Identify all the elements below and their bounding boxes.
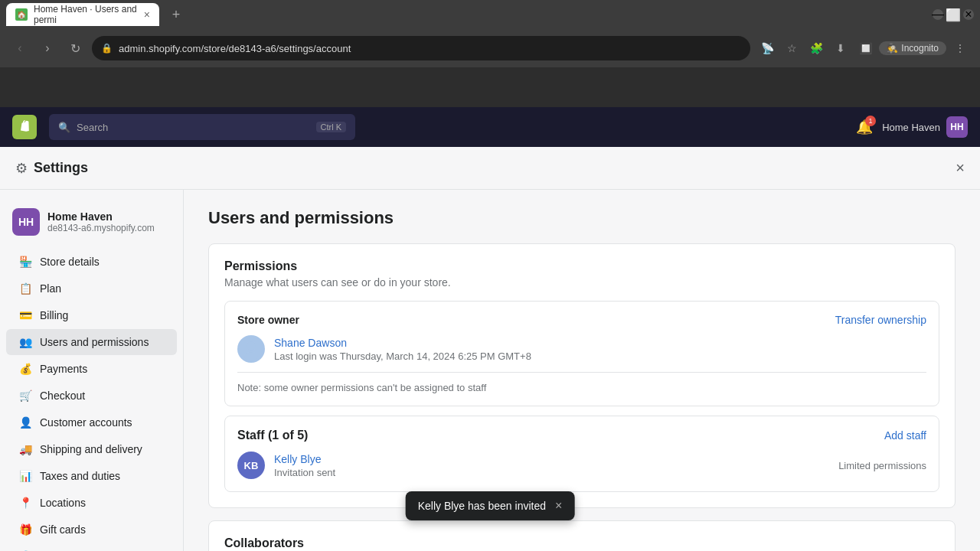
sidebar-item-payments[interactable]: 💰 Payments <box>6 356 177 382</box>
shopify-logo-icon <box>12 115 37 139</box>
sidebar-item-markets[interactable]: 🌍 Markets <box>6 543 177 551</box>
staff-row: KB Kelly Blye Invitation sent Limited pe… <box>237 452 926 479</box>
browser-chrome: 🏠 Home Haven · Users and permi × + — ⬜ ×… <box>0 0 980 107</box>
settings-header: ⚙ Settings × <box>0 147 980 190</box>
sidebar-store-avatar: HH <box>12 208 40 236</box>
refresh-button[interactable]: ↻ <box>64 37 86 59</box>
settings-close-button[interactable]: × <box>956 159 965 177</box>
back-button[interactable]: ‹ <box>9 37 31 59</box>
store-menu-button[interactable]: Home Haven HH <box>882 116 968 138</box>
permissions-title: Permissions <box>224 259 939 273</box>
staff-details: Kelly Blye Invitation sent <box>274 453 335 478</box>
sidebar-item-label: Customer accounts <box>40 416 132 429</box>
lock-icon: 🔒 <box>101 43 113 54</box>
settings-title-area: ⚙ Settings <box>15 160 88 177</box>
page-title: Users and permissions <box>208 208 956 228</box>
permissions-section: Permissions Manage what users can see or… <box>209 244 955 507</box>
browser-tab[interactable]: 🏠 Home Haven · Users and permi × <box>6 3 159 26</box>
incognito-button[interactable]: 🕵 Incognito <box>879 41 946 55</box>
staff-left: KB Kelly Blye Invitation sent <box>237 452 335 479</box>
plan-icon: 📋 <box>18 282 32 295</box>
new-tab-button[interactable]: + <box>165 4 187 25</box>
users-icon: 👥 <box>18 335 32 349</box>
payments-icon: 💰 <box>18 362 32 376</box>
owner-info-row: Shane Dawson Last login was Thursday, Ma… <box>237 335 926 363</box>
sidebar-item-label: Payments <box>40 363 87 375</box>
collaborators-title: Collaborators <box>224 536 939 550</box>
sidebar-item-customer-accounts[interactable]: 👤 Customer accounts <box>6 409 177 435</box>
add-staff-button[interactable]: Add staff <box>884 429 926 442</box>
svg-point-1 <box>244 352 258 360</box>
sidebar-item-label: Store details <box>40 256 100 268</box>
download-icon[interactable]: ⬇ <box>830 37 851 59</box>
sidebar-item-taxes[interactable]: 📊 Taxes and duties <box>6 463 177 489</box>
toast-close-button[interactable]: × <box>555 499 562 513</box>
extensions-icon[interactable]: 🧩 <box>805 37 827 59</box>
search-shortcut: Ctrl K <box>316 122 347 132</box>
sidebar-item-label: Plan <box>40 282 61 295</box>
forward-button[interactable]: › <box>37 37 58 59</box>
sidebar-item-label: Billing <box>40 309 68 321</box>
close-window-button[interactable]: × <box>963 9 974 20</box>
sidebar-item-label: Users and permissions <box>40 336 149 348</box>
permissions-note: Note: some owner permissions can't be as… <box>237 372 926 393</box>
staff-permissions-label: Limited permissions <box>838 460 926 471</box>
search-placeholder: Search <box>77 122 108 133</box>
tab-search-icon[interactable]: 🔲 <box>854 37 876 59</box>
browser-tab-icon: 🏠 <box>15 8 28 21</box>
sidebar: HH Home Haven de8143-a6.myshopify.com 🏪 … <box>0 190 184 551</box>
main-content: Users and permissions Permissions Manage… <box>184 190 980 551</box>
browser-tab-title: Home Haven · Users and permi <box>34 4 138 25</box>
settings-window: 🔍 Search Ctrl K 🔔 1 Home Haven HH ⚙ Sett… <box>0 107 980 551</box>
sidebar-item-checkout[interactable]: 🛒 Checkout <box>6 383 177 409</box>
store-details-icon: 🏪 <box>18 255 32 269</box>
bookmark-icon[interactable]: ☆ <box>781 37 802 59</box>
transfer-ownership-link[interactable]: Transfer ownership <box>835 314 926 326</box>
store-avatar-nav: HH <box>946 116 968 138</box>
staff-name[interactable]: Kelly Blye <box>274 453 335 465</box>
sidebar-item-billing[interactable]: 💳 Billing <box>6 302 177 328</box>
store-initials-nav: HH <box>950 122 963 132</box>
staff-initials: KB <box>244 460 259 471</box>
search-bar[interactable]: 🔍 Search Ctrl K <box>49 114 355 140</box>
sidebar-item-shipping[interactable]: 🚚 Shipping and delivery <box>6 436 177 462</box>
search-icon: 🔍 <box>58 122 70 133</box>
sidebar-item-locations[interactable]: 📍 Locations <box>6 490 177 516</box>
collaborators-card: Collaborators Give external designers, d… <box>208 520 956 551</box>
browser-actions: 📡 ☆ 🧩 ⬇ 🔲 🕵 Incognito ⋮ <box>756 37 971 59</box>
minimize-button[interactable]: — <box>933 9 943 20</box>
more-options-icon[interactable]: ⋮ <box>949 37 971 59</box>
staff-status: Invitation sent <box>274 467 335 478</box>
permissions-card: Permissions Manage what users can see or… <box>208 243 956 508</box>
sidebar-item-users[interactable]: 👥 Users and permissions <box>6 329 177 355</box>
taxes-icon: 📊 <box>18 469 32 483</box>
browser-titlebar: 🏠 Home Haven · Users and permi × + — ⬜ × <box>0 0 980 29</box>
tab-close-button[interactable]: × <box>144 8 150 21</box>
browser-toolbar: ‹ › ↻ 🔒 admin.shopify.com/store/de8143-a… <box>0 29 980 67</box>
sidebar-store-domain: de8143-a6.myshopify.com <box>47 223 155 233</box>
owner-details: Shane Dawson Last login was Thursday, Ma… <box>274 337 531 362</box>
shopify-logo <box>12 115 37 139</box>
owner-avatar <box>237 335 265 363</box>
customer-accounts-icon: 👤 <box>18 416 32 429</box>
notification-badge: 1 <box>865 116 876 126</box>
staff-header: Staff (1 of 5) Add staff <box>237 429 926 442</box>
sidebar-store-name: Home Haven <box>47 210 155 223</box>
sidebar-item-plan[interactable]: 📋 Plan <box>6 276 177 302</box>
cast-icon[interactable]: 📡 <box>756 37 778 59</box>
address-text: admin.shopify.com/store/de8143-a6/settin… <box>119 43 351 54</box>
shopify-navbar: 🔍 Search Ctrl K 🔔 1 Home Haven HH <box>0 107 980 147</box>
address-bar[interactable]: 🔒 admin.shopify.com/store/de8143-a6/sett… <box>92 36 750 60</box>
shipping-icon: 🚚 <box>18 442 32 456</box>
permissions-desc: Manage what users can see or do in your … <box>224 276 939 289</box>
store-name-nav: Home Haven <box>882 122 940 133</box>
incognito-icon: 🕵 <box>887 43 898 54</box>
notification-button[interactable]: 🔔 1 <box>856 119 873 135</box>
sidebar-item-store-details[interactable]: 🏪 Store details <box>6 249 177 275</box>
maximize-button[interactable]: ⬜ <box>948 9 959 20</box>
store-details-block: Home Haven de8143-a6.myshopify.com <box>47 210 155 233</box>
sidebar-item-label: Gift cards <box>40 523 86 536</box>
toast-message: Kelly Blye has been invited <box>418 500 546 512</box>
sidebar-item-gift-cards[interactable]: 🎁 Gift cards <box>6 517 177 543</box>
owner-name[interactable]: Shane Dawson <box>274 337 531 349</box>
